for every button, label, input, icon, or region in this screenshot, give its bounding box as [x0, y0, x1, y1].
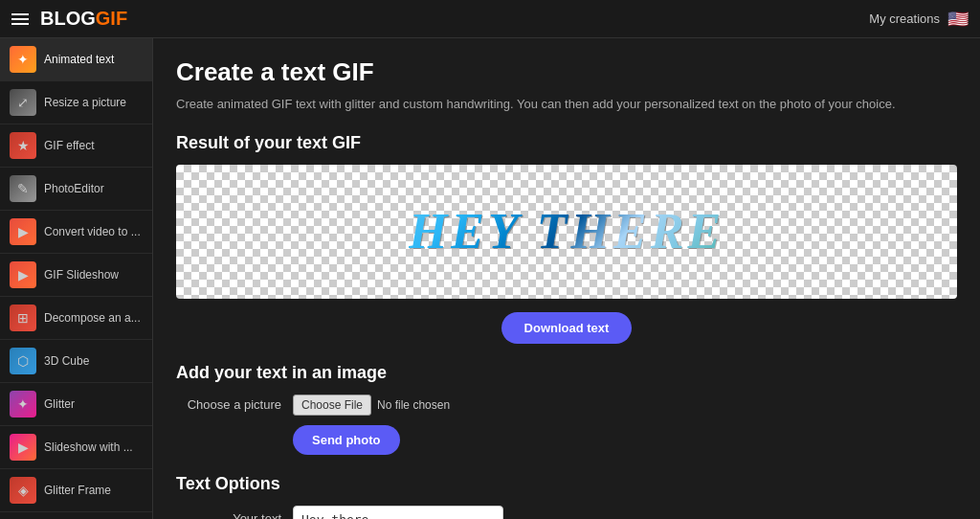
sidebar-item-convert-video[interactable]: ▶ Convert video to ...	[0, 211, 152, 254]
sidebar-item-photo-editor[interactable]: ✎ PhotoEditor	[0, 168, 152, 211]
sidebar-item-glitter[interactable]: ✦ Glitter	[0, 383, 152, 426]
sidebar-label-photo-editor: PhotoEditor	[44, 182, 104, 195]
page-description: Create animated GIF text with glitter an…	[176, 95, 957, 114]
sidebar-item-animated-text[interactable]: ✦ Animated text	[0, 38, 152, 81]
my-creations-button[interactable]: My creations	[869, 11, 940, 26]
logo-highlight: GIF	[96, 8, 127, 29]
gif-preview-area: Hey there	[176, 165, 957, 299]
sidebar-icon-animated-text: ✦	[10, 46, 36, 73]
your-text-input[interactable]	[293, 506, 503, 520]
sidebar-icon-gif-effect: ★	[10, 132, 36, 159]
sidebar-label-animated-text: Animated text	[44, 53, 114, 66]
send-photo-button[interactable]: Send photo	[293, 425, 400, 455]
header-right: My creations 🇺🇸	[869, 9, 969, 30]
logo: BLOGGIF	[40, 8, 127, 30]
file-input-wrapper: Choose File No file chosen	[293, 395, 450, 416]
sidebar-item-gif-slideshow[interactable]: ▶ GIF Slideshow	[0, 254, 152, 297]
choose-picture-row: Choose a picture Choose File No file cho…	[176, 395, 957, 416]
page-title: Create a text GIF	[176, 57, 957, 87]
sidebar-icon-convert-video: ▶	[10, 218, 36, 245]
sidebar-item-slideshow-with[interactable]: ▶ Slideshow with ...	[0, 426, 152, 469]
sidebar-icon-3d-cube: ⬡	[10, 348, 36, 374]
sidebar-label-3d-cube: 3D Cube	[44, 354, 89, 368]
text-options-section: Text Options Your text	[176, 474, 957, 520]
layout: ✦ Animated text ⤢ Resize a picture ★ GIF…	[0, 38, 980, 519]
sidebar-item-decompose[interactable]: ⊞ Decompose an a...	[0, 297, 152, 340]
sidebar-item-glitter-frame[interactable]: ◈ Glitter Frame	[0, 469, 152, 512]
sidebar-icon-glitter-frame: ◈	[10, 477, 36, 504]
download-text-button[interactable]: Download text	[501, 312, 633, 344]
sidebar: ✦ Animated text ⤢ Resize a picture ★ GIF…	[0, 38, 153, 519]
sidebar-item-resize-picture[interactable]: ⤢ Resize a picture	[0, 81, 152, 124]
sidebar-item-gif-effect[interactable]: ★ GIF effect	[0, 124, 152, 168]
sidebar-icon-glitter: ✦	[10, 391, 36, 417]
your-text-label: Your text	[176, 506, 281, 520]
add-image-section-title: Add your text in an image	[176, 363, 957, 383]
sidebar-label-glitter-frame: Glitter Frame	[44, 484, 111, 497]
sidebar-icon-gif-slideshow: ▶	[10, 261, 36, 288]
main-content: Create a text GIF Create animated GIF te…	[153, 38, 980, 519]
sidebar-label-decompose: Decompose an a...	[44, 311, 141, 325]
sidebar-item-pop-art[interactable]: ◉ Pop Art picture	[0, 512, 152, 519]
no-file-text: No file chosen	[377, 398, 450, 412]
sidebar-label-slideshow-with: Slideshow with ...	[44, 440, 133, 454]
sidebar-icon-resize-picture: ⤢	[10, 89, 36, 116]
sidebar-item-3d-cube[interactable]: ⬡ 3D Cube	[0, 340, 152, 383]
sidebar-label-glitter: Glitter	[44, 397, 75, 411]
sidebar-label-gif-effect: GIF effect	[44, 139, 94, 152]
menu-button[interactable]	[11, 13, 29, 25]
add-image-section: Add your text in an image Choose a pictu…	[176, 363, 957, 455]
choose-file-button[interactable]: Choose File	[293, 395, 371, 416]
sidebar-label-resize-picture: Resize a picture	[44, 96, 126, 109]
sidebar-icon-decompose: ⊞	[10, 305, 36, 331]
text-options-title: Text Options	[176, 474, 957, 494]
your-text-row: Your text	[176, 506, 957, 520]
sidebar-label-convert-video: Convert video to ...	[44, 225, 141, 238]
gif-preview-text: Hey there	[409, 203, 724, 260]
header: BLOGGIF My creations 🇺🇸	[0, 0, 980, 38]
sidebar-icon-photo-editor: ✎	[10, 175, 36, 202]
result-section-title: Result of your text GIF	[176, 133, 957, 153]
language-flag[interactable]: 🇺🇸	[947, 9, 969, 30]
sidebar-label-gif-slideshow: GIF Slideshow	[44, 268, 119, 282]
sidebar-icon-slideshow-with: ▶	[10, 434, 36, 461]
choose-picture-label: Choose a picture	[176, 397, 281, 412]
header-left: BLOGGIF	[11, 8, 127, 30]
